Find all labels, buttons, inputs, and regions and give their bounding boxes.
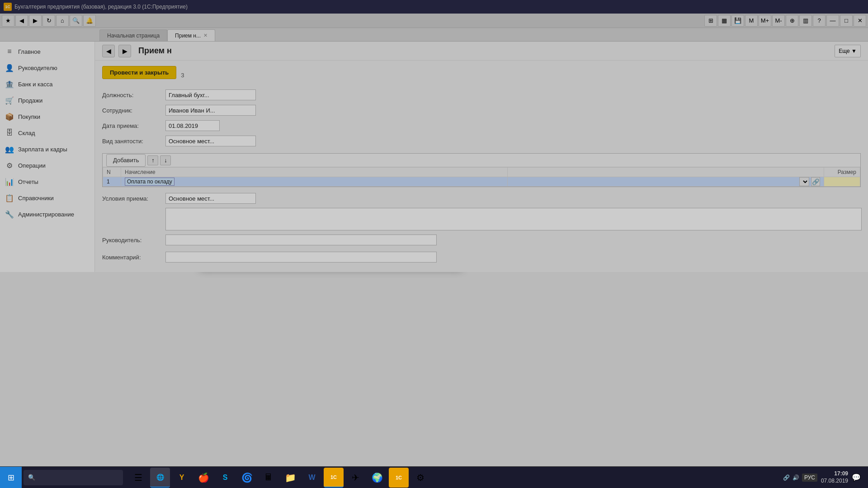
zanyatost-label: Вид занятости: (102, 138, 165, 145)
sidebar-item-admin[interactable]: 🔧 Администрирование (0, 206, 94, 222)
toolbar-search[interactable]: 🔍 (70, 15, 82, 27)
inline-link-btn[interactable]: 🔗 (811, 177, 820, 186)
sidebar-item-zarplata[interactable]: 👥 Зарплата и кадры (0, 141, 94, 157)
dolzhnost-label: Должность: (102, 92, 165, 99)
toolbar-refresh[interactable]: ↻ (42, 15, 55, 27)
manager-label: Руководитель: (102, 237, 165, 244)
taskbar-app-files[interactable]: 📁 (280, 468, 300, 488)
data-value[interactable]: 01.08.2019 (165, 120, 220, 131)
form-row-comment: Комментарий: (102, 251, 861, 263)
move-down-button[interactable]: ↓ (160, 155, 171, 165)
taskbar-app-taskview[interactable]: ☰ (128, 468, 148, 488)
data-label: Дата приема: (102, 122, 165, 129)
tab-strip: Начальная страница Прием н... ✕ (0, 28, 868, 42)
move-up-button[interactable]: ↑ (147, 155, 158, 165)
taskbar-app-browser2[interactable]: Y (172, 468, 192, 488)
toolbar-zoom[interactable]: ⊕ (786, 15, 798, 27)
taskbar-app-misc2[interactable]: 🌀 (237, 468, 257, 488)
cell-nacislenie[interactable]: Оплата по окладу (121, 177, 508, 187)
sidebar-item-pokupki[interactable]: 📦 Покупки (0, 108, 94, 125)
provesti-zakryt-button[interactable]: Провести и закрыть (102, 66, 176, 79)
sidebar-item-rukovoditelyu[interactable]: 👤 Руководителю (0, 60, 94, 76)
taskbar-time: 17:09 (821, 470, 848, 478)
toolbar-grid[interactable]: ⊞ (704, 15, 717, 27)
form-content: Провести и закрыть 3 Должность: Главный … (95, 61, 868, 272)
sidebar-label-admin: Администрирование (18, 211, 74, 218)
sidebar-label-otchety: Отчеты (18, 178, 38, 185)
back-button[interactable]: ◀ (102, 45, 115, 57)
toolbar-back[interactable]: ◀ (15, 15, 28, 27)
zanyatost-value[interactable]: Основное мест... (165, 136, 256, 146)
taskbar-date: 07.08.2019 (821, 478, 848, 485)
sidebar-label-zarplata: Зарплата и кадры (18, 146, 67, 153)
toolbar-mplus[interactable]: M+ (759, 15, 771, 27)
toolbar-help[interactable]: ? (813, 15, 826, 27)
sidebar-item-glavnoe[interactable]: ≡ Главное (0, 43, 94, 60)
eshche-button[interactable]: Еще ▼ (835, 45, 861, 57)
toolbar-table[interactable]: ▦ (718, 15, 731, 27)
tab-home[interactable]: Начальная страница (99, 29, 167, 41)
inline-select[interactable] (799, 177, 809, 186)
doc-number: 3 (181, 72, 184, 79)
forward-button[interactable]: ▶ (118, 45, 131, 57)
cell-razmer[interactable] (824, 177, 860, 187)
toolbar-home[interactable]: ⌂ (56, 15, 69, 27)
taskbar-app-word[interactable]: W (302, 468, 322, 488)
sidebar: ≡ Главное 👤 Руководителю 🏦 Банк и касса … (0, 42, 95, 272)
lang-indicator[interactable]: РУС (802, 474, 817, 482)
chart-icon: 📊 (5, 178, 14, 186)
sidebar-item-operacii[interactable]: ⚙ Операции (0, 157, 94, 174)
sidebar-item-sklad[interactable]: 🗄 Склад (0, 125, 94, 141)
toolbar-m[interactable]: M (745, 15, 758, 27)
storage-icon: 🗄 (5, 129, 14, 137)
network-icon: 🔗 (783, 474, 790, 481)
toolbar-maximize[interactable]: □ (840, 15, 853, 27)
taskbar-app-misc1[interactable]: 🍎 (193, 468, 213, 488)
comment-value[interactable] (165, 252, 437, 263)
dobavit-button[interactable]: Добавить (106, 154, 146, 167)
conditions-area: Условия приема: Основное мест... (102, 192, 861, 230)
toolbar-panel[interactable]: ▥ (799, 15, 812, 27)
start-button[interactable]: ⊞ (0, 467, 22, 488)
tab-priem[interactable]: Прием н... ✕ (167, 29, 215, 41)
bank-icon: 🏦 (5, 80, 14, 88)
system-titlebar: 1С Бухгалтерия предприятия (базовая), ре… (0, 0, 868, 14)
tab-close-icon[interactable]: ✕ (203, 33, 208, 38)
sidebar-item-spravochniki[interactable]: 📋 Справочники (0, 190, 94, 206)
sidebar-label-prodazhi: Продажи (18, 97, 42, 104)
gear-icon: ⚙ (5, 161, 14, 169)
volume-icon: 🔊 (793, 474, 799, 481)
dolzhnost-value[interactable]: Главный бухг... (165, 89, 256, 100)
box-icon: 📦 (5, 113, 14, 121)
taskbar-search[interactable]: 🔍 (24, 470, 123, 485)
manager-value[interactable] (165, 235, 437, 245)
toolbar-save[interactable]: 💾 (731, 15, 744, 27)
toolbar-minimize[interactable]: — (826, 15, 839, 27)
table-toolbar: Добавить ↑ ↓ (103, 154, 860, 167)
taskbar-app-ie[interactable]: 🌐 (150, 468, 170, 488)
taskbar-app-skype[interactable]: S (215, 468, 235, 488)
sotrudnik-value[interactable]: Иванов Иван И... (165, 105, 256, 116)
taskbar-app-telegram[interactable]: ✈ (345, 468, 365, 488)
toolbar-close[interactable]: ✕ (854, 15, 866, 27)
col-nacislenie: Начисление (121, 168, 508, 177)
toolbar-mminus[interactable]: M- (772, 15, 785, 27)
conditions-box[interactable] (165, 208, 862, 230)
sidebar-item-prodazhi[interactable]: 🛒 Продажи (0, 92, 94, 108)
toolbar-bell[interactable]: 🔔 (83, 15, 96, 27)
taskbar-app-settings[interactable]: ⚙ (410, 468, 430, 488)
col-razmer: Размер (824, 168, 860, 177)
app-icon: 1С (4, 3, 12, 11)
toolbar-forward[interactable]: ▶ (29, 15, 42, 27)
taskbar-app-1c[interactable]: 1С (324, 468, 344, 488)
taskbar-app-browser3[interactable]: 🌍 (367, 468, 387, 488)
table-row[interactable]: 1 Оплата по окладу 🔗 (103, 177, 860, 187)
main-toolbar: ★ ◀ ▶ ↻ ⌂ 🔍 🔔 ⊞ ▦ 💾 M M+ M- ⊕ ▥ ? — □ ✕ (0, 14, 868, 28)
toolbar-star[interactable]: ★ (2, 15, 14, 27)
sidebar-item-bank[interactable]: 🏦 Банк и касса (0, 76, 94, 92)
notification-icon[interactable]: 💬 (852, 473, 861, 482)
taskbar-app-1c2[interactable]: 1С (389, 468, 409, 488)
conditions-value[interactable]: Основное мест... (165, 193, 256, 204)
sidebar-item-otchety[interactable]: 📊 Отчеты (0, 174, 94, 190)
taskbar-app-calc[interactable]: 🖩 (259, 468, 278, 488)
